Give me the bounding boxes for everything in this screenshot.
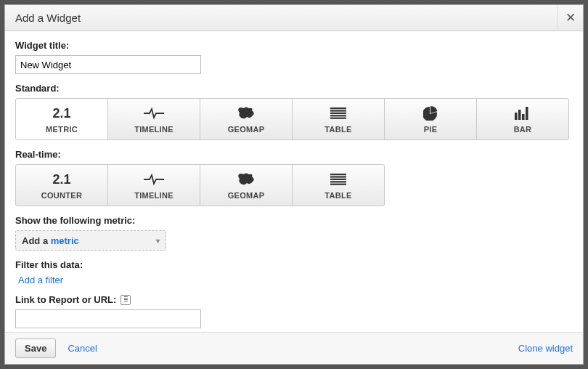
- svg-rect-0: [330, 108, 346, 109]
- svg-rect-6: [518, 110, 521, 120]
- link-report-label: Link to Report or URL:: [15, 294, 116, 305]
- tile-caption: TIMELINE: [134, 125, 173, 134]
- svg-rect-10: [330, 176, 346, 177]
- tile-caption: BAR: [514, 125, 532, 134]
- tile-geomap-rt[interactable]: GEOMAP: [200, 164, 293, 206]
- widget-title-section: Widget title:: [15, 40, 573, 74]
- link-report-input[interactable]: [15, 309, 201, 328]
- add-filter-link[interactable]: Add a filter: [18, 275, 63, 285]
- tile-table[interactable]: TABLE: [292, 98, 385, 140]
- close-button[interactable]: ✕: [557, 5, 583, 31]
- standard-section: Standard: 2.1 METRIC TIMELINE: [15, 83, 573, 140]
- filter-section: Filter this data: Add a filter: [15, 259, 573, 285]
- widget-title-input[interactable]: [15, 55, 201, 74]
- svg-rect-7: [522, 114, 525, 120]
- realtime-label: Real-time:: [15, 149, 573, 160]
- standard-label: Standard:: [15, 83, 573, 94]
- tile-timeline-rt[interactable]: TIMELINE: [107, 164, 200, 206]
- tile-timeline[interactable]: TIMELINE: [107, 98, 200, 140]
- tile-caption: TABLE: [324, 191, 351, 200]
- counter-icon: 2.1: [52, 171, 70, 188]
- widget-title-label: Widget title:: [15, 40, 573, 51]
- clone-widget-link[interactable]: Clone widget: [518, 343, 573, 354]
- dialog-titlebar: Add a Widget ✕: [5, 5, 583, 31]
- svg-rect-1: [330, 110, 346, 111]
- tile-caption: METRIC: [46, 125, 78, 134]
- chevron-down-icon: ▾: [156, 237, 160, 245]
- tile-caption: GEOMAP: [228, 125, 265, 134]
- table-icon: [330, 171, 346, 188]
- svg-rect-2: [330, 113, 346, 114]
- tile-metric[interactable]: 2.1 METRIC: [15, 98, 108, 140]
- pie-icon: [423, 105, 438, 122]
- tile-counter[interactable]: 2.1 COUNTER: [15, 164, 108, 206]
- tile-caption: PIE: [424, 125, 438, 134]
- tile-table-rt[interactable]: TABLE: [292, 164, 385, 206]
- svg-rect-8: [526, 107, 528, 120]
- tile-caption: COUNTER: [41, 191, 83, 200]
- add-metric-dropdown[interactable]: Add a metric ▾: [15, 230, 166, 251]
- tile-geomap[interactable]: GEOMAP: [200, 98, 293, 140]
- dialog-body: Widget title: Standard: 2.1 METRIC TIMEL…: [5, 31, 583, 332]
- dialog-title: Add a Widget: [15, 12, 81, 24]
- cancel-link[interactable]: Cancel: [68, 343, 97, 354]
- geomap-icon: [236, 105, 256, 122]
- svg-rect-13: [330, 184, 346, 185]
- geomap-icon: [236, 171, 256, 188]
- svg-rect-5: [515, 113, 518, 120]
- add-widget-dialog: Add a Widget ✕ Widget title: Standard: 2…: [4, 4, 584, 365]
- tile-caption: GEOMAP: [228, 191, 265, 200]
- table-icon: [330, 105, 346, 122]
- timeline-icon: [144, 105, 164, 122]
- svg-rect-9: [330, 174, 346, 175]
- timeline-icon: [144, 171, 164, 188]
- metric-icon: 2.1: [52, 105, 70, 122]
- svg-rect-4: [330, 118, 346, 119]
- tile-caption: TIMELINE: [134, 191, 173, 200]
- svg-rect-12: [330, 181, 346, 182]
- tile-caption: TABLE: [324, 125, 351, 134]
- link-report-section: Link to Report or URL: ≣: [15, 294, 573, 328]
- standard-tiles: 2.1 METRIC TIMELINE GEOMAP: [15, 98, 573, 140]
- dialog-footer: Save Cancel Clone widget: [5, 332, 583, 364]
- add-metric-text: Add a metric: [22, 235, 79, 246]
- metric-section: Show the following metric: Add a metric …: [15, 215, 573, 251]
- document-icon[interactable]: ≣: [121, 295, 131, 305]
- svg-rect-11: [330, 179, 346, 180]
- filter-label: Filter this data:: [15, 259, 573, 270]
- svg-rect-3: [330, 115, 346, 116]
- metric-label: Show the following metric:: [15, 215, 573, 226]
- realtime-section: Real-time: 2.1 COUNTER TIMELINE: [15, 149, 573, 206]
- tile-bar[interactable]: BAR: [476, 98, 569, 140]
- tile-pie[interactable]: PIE: [384, 98, 477, 140]
- save-button[interactable]: Save: [15, 338, 56, 358]
- bar-icon: [514, 105, 531, 122]
- close-icon: ✕: [565, 12, 576, 24]
- realtime-tiles: 2.1 COUNTER TIMELINE GEOMAP: [15, 164, 573, 206]
